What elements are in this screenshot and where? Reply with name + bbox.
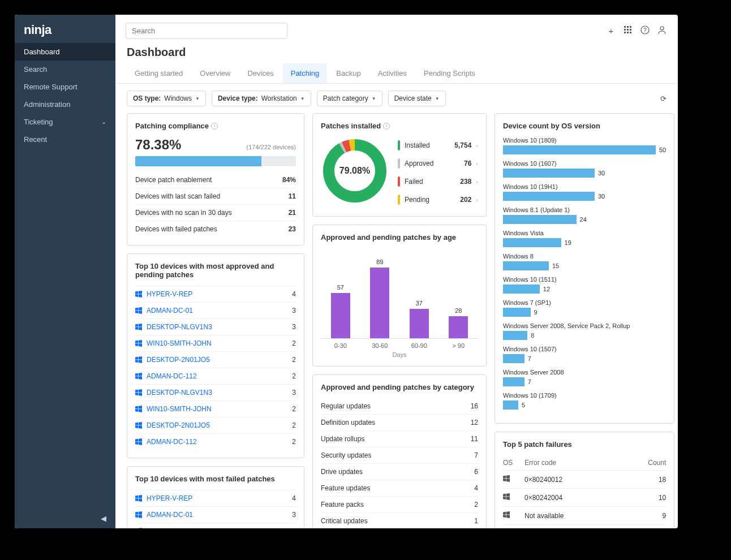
svg-rect-4 — [627, 29, 629, 31]
help-button[interactable]: ? — [639, 25, 651, 37]
device-patch-count: 3 — [292, 511, 296, 519]
patches-by-category-card: Approved and pending patches by category… — [312, 374, 487, 528]
add-button[interactable]: + — [605, 25, 617, 37]
tab-patching[interactable]: Patching — [283, 63, 328, 83]
device-link[interactable]: HYPER-V-REP — [147, 290, 287, 298]
os-version-bar — [503, 308, 531, 317]
patches-by-age-chart: 57893728 — [321, 248, 478, 339]
filter-patch-category[interactable]: Patch category ▼ — [317, 91, 382, 106]
sidebar-item-dashboard[interactable]: Dashboard — [15, 43, 115, 61]
filter-value: Windows — [164, 94, 192, 102]
bar-value: 37 — [416, 300, 423, 307]
device-count-os-card: Device count by OS version Windows 10 (1… — [494, 113, 674, 424]
info-icon[interactable]: i — [383, 123, 390, 130]
legend-color-swatch — [398, 140, 400, 150]
tab-pending-scripts[interactable]: Pending Scripts — [416, 63, 483, 83]
device-patch-count: 2 — [292, 339, 296, 347]
windows-icon — [135, 422, 142, 429]
windows-icon — [135, 291, 142, 298]
os-version-row: Windows 10 (1809)50 — [503, 137, 666, 154]
device-row[interactable]: DESKTOP-2N01JO52 — [135, 417, 296, 433]
windows-icon — [135, 307, 142, 314]
sidebar-item-label: Recent — [24, 135, 47, 144]
device-link[interactable]: ADMAN-DC-01 — [147, 307, 287, 315]
device-row[interactable]: DESKTOP-NLGV1N33 — [135, 384, 296, 400]
legend-row-failed[interactable]: Failed238› — [398, 173, 478, 190]
device-row[interactable]: WIN10-SMITH-JOHN2 — [135, 335, 296, 351]
os-version-label: Windows 10 (1607) — [503, 160, 666, 167]
chevron-right-icon: › — [476, 142, 478, 149]
sidebar-item-label: Dashboard — [24, 48, 60, 56]
os-version-count: 15 — [552, 262, 559, 269]
os-version-bar — [503, 215, 577, 224]
device-row[interactable]: DESKTOP-NLGV1N33 — [135, 523, 296, 528]
device-row[interactable]: DESKTOP-2N01JO52 — [135, 351, 296, 368]
device-row[interactable]: ADMAN-DC-013 — [135, 506, 296, 523]
tab-overview[interactable]: Overview — [192, 63, 238, 83]
bar-rect — [410, 309, 429, 338]
logo: ninja — [15, 15, 115, 43]
os-version-row: Windows 10 (1709)5 — [503, 392, 666, 410]
bar-item: 57 — [326, 284, 355, 338]
compliance-row: Device patch enablement84% — [135, 172, 296, 188]
os-version-count: 5 — [522, 402, 525, 408]
device-link[interactable]: DESKTOP-NLGV1N3 — [147, 389, 287, 397]
device-row[interactable]: HYPER-V-REP4 — [135, 286, 296, 302]
compliance-percent: 78.38% — [135, 137, 181, 153]
sidebar-item-ticketing[interactable]: Ticketing⌄ — [15, 113, 115, 131]
os-version-bar — [503, 145, 656, 154]
device-row[interactable]: ADMAN-DC-1122 — [135, 433, 296, 450]
filter-device-type[interactable]: Device type: Workstation ▼ — [212, 91, 311, 106]
device-row[interactable]: DESKTOP-NLGV1N33 — [135, 318, 296, 335]
filter-device-state[interactable]: Device state ▼ — [388, 91, 446, 106]
legend-row-installed[interactable]: Installed5,754› — [398, 137, 478, 154]
profile-button[interactable] — [656, 25, 668, 37]
compliance-row: Devices with no scan in 30 days21 — [135, 204, 296, 221]
tab-getting-started[interactable]: Getting started — [127, 63, 191, 83]
device-link[interactable]: WIN10-SMITH-JOHN — [147, 339, 287, 347]
info-icon[interactable]: i — [211, 123, 218, 130]
device-link[interactable]: DESKTOP-NLGV1N3 — [147, 527, 287, 528]
device-row[interactable]: HYPER-V-REP4 — [135, 490, 296, 506]
device-row[interactable]: ADMAN-DC-013 — [135, 302, 296, 318]
svg-rect-7 — [627, 32, 629, 33]
legend-row-pending[interactable]: Pending202› — [398, 191, 478, 208]
apps-button[interactable] — [622, 25, 634, 37]
category-label: Drive updates — [321, 468, 363, 476]
sidebar-collapse-button[interactable]: ◀ — [15, 509, 115, 528]
column-header-os: OS — [503, 459, 524, 467]
filter-os-type[interactable]: OS type: Windows ▼ — [127, 91, 206, 106]
device-row[interactable]: ADMAN-DC-1122 — [135, 368, 296, 384]
chevron-right-icon: › — [476, 196, 478, 203]
device-link[interactable]: DESKTOP-NLGV1N3 — [147, 323, 287, 331]
sidebar-item-administration[interactable]: Administration — [15, 96, 115, 113]
bar-xlabel: 0-30 — [326, 342, 355, 349]
bar-item: 28 — [444, 307, 472, 338]
device-link[interactable]: DESKTOP-2N01JO5 — [147, 356, 287, 364]
sidebar-item-label: Administration — [24, 100, 70, 109]
category-value: 7 — [474, 451, 478, 459]
device-link[interactable]: DESKTOP-2N01JO5 — [147, 421, 287, 429]
windows-icon — [503, 475, 510, 482]
chevron-down-icon: ▼ — [195, 96, 200, 101]
device-link[interactable]: WIN10-SMITH-JOHN — [147, 405, 287, 413]
search-input[interactable] — [126, 23, 287, 39]
legend-row-approved[interactable]: Approved76› — [398, 155, 478, 172]
device-link[interactable]: HYPER-V-REP — [147, 494, 287, 502]
sidebar-item-recent[interactable]: Recent — [15, 131, 115, 148]
patches-installed-card: Patches installedi 79.08% Installed5,75 — [312, 113, 487, 217]
device-link[interactable]: ADMAN-DC-112 — [147, 372, 287, 380]
tab-activities[interactable]: Activities — [370, 63, 415, 83]
sidebar-item-search[interactable]: Search — [15, 61, 115, 78]
tab-devices[interactable]: Devices — [239, 63, 281, 83]
tab-backup[interactable]: Backup — [328, 63, 368, 83]
card-title: Patching compliance — [135, 122, 209, 130]
sidebar-item-remote-support[interactable]: Remote Support — [15, 78, 115, 96]
device-row[interactable]: WIN10-SMITH-JOHN2 — [135, 400, 296, 417]
device-link[interactable]: ADMAN-DC-112 — [147, 438, 287, 446]
legend-value: 202 — [448, 196, 471, 204]
compliance-progress — [135, 156, 296, 166]
device-link[interactable]: ADMAN-DC-01 — [147, 511, 287, 519]
refresh-button[interactable]: ⟳ — [660, 94, 666, 103]
stat-label: Devices with last scan failed — [135, 192, 220, 200]
